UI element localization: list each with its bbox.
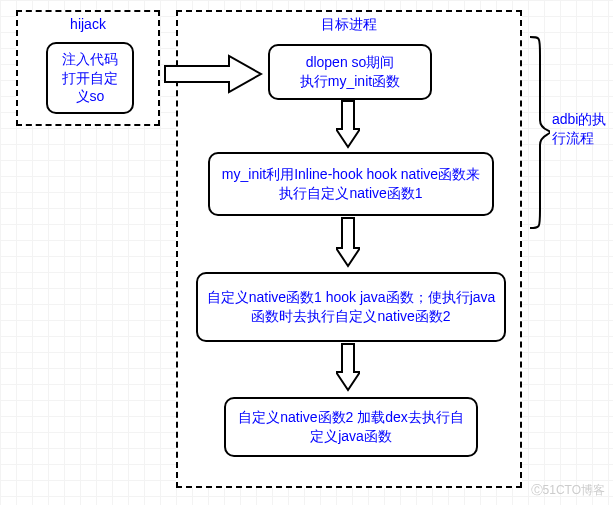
- step-inlinehook-text: my_init利用Inline-hook hook native函数来执行自定义…: [218, 165, 484, 203]
- step-hook-java-text: 自定义native函数1 hook java函数；使执行java函数时去执行自定…: [206, 288, 496, 326]
- arrow-step3-step4: [336, 342, 360, 392]
- hijack-step: 注入代码打开自定义so: [46, 42, 134, 114]
- step-inlinehook: my_init利用Inline-hook hook native函数来执行自定义…: [208, 152, 494, 216]
- step-load-dex-text: 自定义native函数2 加载dex去执行自定义java函数: [234, 408, 468, 446]
- svg-marker-0: [165, 56, 261, 92]
- target-title: 目标进程: [321, 16, 377, 34]
- svg-marker-1: [336, 101, 360, 147]
- svg-marker-2: [336, 218, 360, 266]
- hijack-container: hijack 注入代码打开自定义so: [16, 10, 160, 126]
- arrow-step2-step3: [336, 216, 360, 268]
- arrow-step1-step2: [336, 99, 360, 149]
- step-dlopen-text: dlopen so期间 执行my_init函数: [300, 53, 400, 91]
- watermark: Ⓒ51CTO博客: [531, 482, 605, 499]
- svg-marker-3: [336, 344, 360, 390]
- step-load-dex: 自定义native函数2 加载dex去执行自定义java函数: [224, 397, 478, 457]
- step-dlopen: dlopen so期间 执行my_init函数: [268, 44, 432, 100]
- brace-label: adbi的执行流程: [552, 110, 612, 148]
- step-hook-java: 自定义native函数1 hook java函数；使执行java函数时去执行自定…: [196, 272, 506, 342]
- brace: [528, 35, 550, 230]
- hijack-title: hijack: [70, 16, 106, 32]
- arrow-hijack-to-target: [163, 52, 263, 96]
